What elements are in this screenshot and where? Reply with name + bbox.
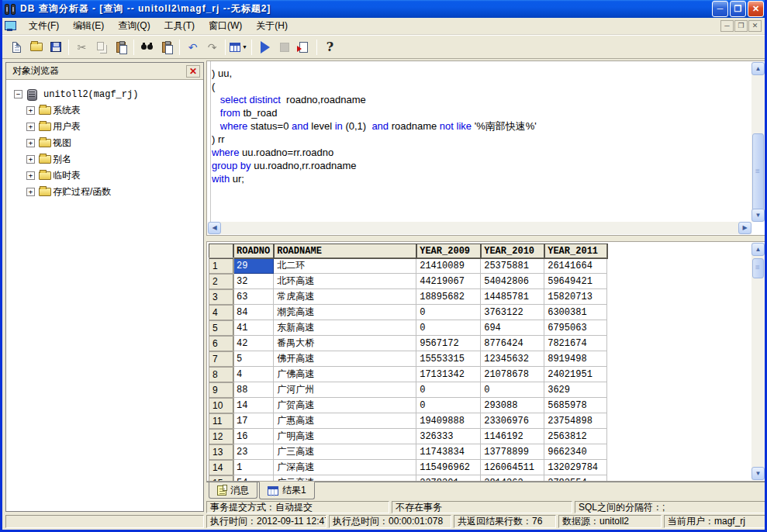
table-cell[interactable]: 佛开高速 <box>274 351 416 367</box>
tree-root-item[interactable]: −unitoll2(magf_rj) <box>14 86 200 102</box>
expand-icon[interactable]: + <box>26 106 35 115</box>
table-cell[interactable]: 3763122 <box>481 305 544 320</box>
table-cell[interactable]: 9662340 <box>544 444 607 460</box>
scroll-up-icon[interactable]: ▲ <box>751 243 765 256</box>
mdi-close-button[interactable]: ✕ <box>748 20 762 32</box>
editor-horizontal-scrollbar[interactable]: ◀ ▶ <box>208 222 751 234</box>
table-cell[interactable]: 15553315 <box>416 351 481 367</box>
row-number-cell[interactable]: 13 <box>209 444 233 460</box>
row-number-cell[interactable]: 10 <box>209 398 233 413</box>
table-cell[interactable]: 32 <box>233 274 274 289</box>
table-cell[interactable]: 11743834 <box>416 444 481 460</box>
new-file-button[interactable] <box>7 38 26 57</box>
table-cell[interactable]: 63 <box>233 289 274 305</box>
table-cell[interactable]: 59649421 <box>544 274 607 289</box>
table-cell[interactable]: 广三高速 <box>274 444 416 460</box>
results-vscroll-thumb[interactable] <box>752 258 764 278</box>
scroll-right-icon[interactable]: ▶ <box>738 222 751 234</box>
table-cell[interactable]: 2278301 <box>416 475 481 482</box>
table-cell[interactable]: 18895682 <box>416 289 481 305</box>
scroll-down-icon[interactable]: ▼ <box>751 467 765 480</box>
table-cell[interactable]: 21410089 <box>416 258 481 274</box>
table-cell[interactable]: 5 <box>233 351 274 367</box>
table-cell[interactable]: 8776424 <box>481 336 544 351</box>
collapse-icon[interactable]: − <box>14 90 22 98</box>
table-cell[interactable]: 4 <box>233 367 274 382</box>
tree-item-2[interactable]: +视图 <box>14 135 200 151</box>
row-number-cell[interactable]: 4 <box>209 305 233 320</box>
table-cell[interactable]: 0 <box>416 382 481 398</box>
table-cell[interactable]: 21078678 <box>481 367 544 382</box>
tree-item-1[interactable]: +用户表 <box>14 119 200 135</box>
row-number-cell[interactable]: 3 <box>209 289 233 305</box>
editor-vscroll-thumb[interactable] <box>752 133 764 211</box>
expand-icon[interactable]: + <box>26 139 35 147</box>
grid-view-button[interactable]: ▼ <box>229 38 248 57</box>
table-cell[interactable]: 23 <box>233 444 274 460</box>
table-cell[interactable]: 广云高速 <box>274 475 416 482</box>
column-header-YEAR_2010[interactable]: YEAR_2010 <box>481 244 544 258</box>
replace-button[interactable] <box>157 38 176 57</box>
table-cell[interactable]: 6300381 <box>544 305 607 320</box>
tree-item-3[interactable]: +别名 <box>14 151 200 168</box>
sql-text[interactable]: ) uu,( select distinct roadno,roadname f… <box>212 67 748 221</box>
scroll-up-icon[interactable]: ▲ <box>751 62 765 75</box>
table-cell[interactable]: 14 <box>233 398 274 413</box>
table-cell[interactable]: 5685978 <box>544 398 607 413</box>
table-cell[interactable]: 115496962 <box>416 460 481 475</box>
table-cell[interactable]: 19409888 <box>416 413 481 429</box>
scroll-down-icon[interactable]: ▼ <box>751 209 765 222</box>
table-cell[interactable]: 0 <box>416 398 481 413</box>
table-cell[interactable]: 广佛高速 <box>274 367 416 382</box>
row-number-cell[interactable]: 15 <box>209 475 233 482</box>
menu-item-2[interactable]: 查询(Q) <box>111 17 157 35</box>
tab-results[interactable]: 结果1 <box>259 482 315 499</box>
table-cell[interactable]: 7821674 <box>544 336 607 351</box>
menu-item-4[interactable]: 窗口(W) <box>202 17 249 35</box>
table-cell[interactable]: 8919498 <box>544 351 607 367</box>
table-cell[interactable]: 2563812 <box>544 429 607 444</box>
table-cell[interactable]: 16 <box>233 429 274 444</box>
column-header-YEAR_2009[interactable]: YEAR_2009 <box>416 244 481 258</box>
table-cell[interactable]: 23306976 <box>481 413 544 429</box>
row-number-cell[interactable]: 11 <box>209 413 233 429</box>
table-cell[interactable]: 3629 <box>544 382 607 398</box>
table-cell[interactable]: 北环高速 <box>274 274 416 289</box>
editor-vertical-scrollbar[interactable]: ▲ ▼ <box>751 62 765 222</box>
table-cell[interactable]: 1146192 <box>481 429 544 444</box>
find-button[interactable] <box>137 38 157 57</box>
table-cell[interactable]: 694 <box>481 320 544 336</box>
row-number-cell[interactable]: 5 <box>209 320 233 336</box>
table-cell[interactable]: 广深高速 <box>274 460 416 475</box>
row-number-cell[interactable]: 12 <box>209 429 233 444</box>
sql-editor[interactable]: ) uu,( select distinct roadno,roadname f… <box>206 60 766 236</box>
table-cell[interactable]: 54 <box>233 475 274 482</box>
table-cell[interactable]: 1 <box>233 460 274 475</box>
table-cell[interactable]: 番禺大桥 <box>274 336 416 351</box>
expand-icon[interactable]: + <box>26 171 35 180</box>
column-header-ROADNO[interactable]: ROADNO <box>233 244 274 258</box>
column-header-rownum[interactable] <box>209 244 233 258</box>
table-cell[interactable]: 广河广州 <box>274 382 416 398</box>
table-cell[interactable]: 0 <box>416 305 481 320</box>
paste-button[interactable] <box>111 38 130 57</box>
table-cell[interactable]: 9567172 <box>416 336 481 351</box>
undo-button[interactable]: ↶ <box>183 38 202 57</box>
table-cell[interactable]: 潮莞高速 <box>274 305 416 320</box>
table-cell[interactable]: 326333 <box>416 429 481 444</box>
tree-item-5[interactable]: +存贮过程/函数 <box>14 184 200 200</box>
row-number-cell[interactable]: 8 <box>209 367 233 382</box>
row-number-cell[interactable]: 9 <box>209 382 233 398</box>
table-cell[interactable]: 15820713 <box>544 289 607 305</box>
table-cell[interactable]: 17 <box>233 413 274 429</box>
row-number-cell[interactable]: 7 <box>209 351 233 367</box>
table-cell[interactable]: 13778899 <box>481 444 544 460</box>
table-cell[interactable]: 17131342 <box>416 367 481 382</box>
menu-item-5[interactable]: 关于(H) <box>249 17 295 35</box>
expand-icon[interactable]: + <box>26 155 35 164</box>
table-cell[interactable]: 东新高速 <box>274 320 416 336</box>
expand-icon[interactable]: + <box>26 188 35 196</box>
tree-item-4[interactable]: +临时表 <box>14 168 200 184</box>
panel-close-icon[interactable]: ✕ <box>186 65 200 78</box>
maximize-button[interactable]: ❐ <box>730 1 746 17</box>
